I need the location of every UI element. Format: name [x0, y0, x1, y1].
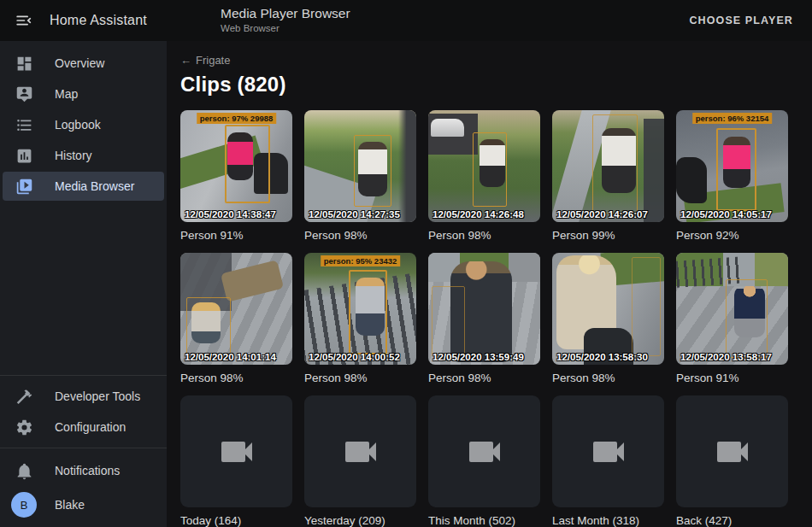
tooltip-account-icon: [14, 84, 34, 104]
folder-label: Back (427): [676, 514, 788, 527]
detection-bbox: [432, 286, 465, 355]
folder-card-back[interactable]: Back (427): [676, 395, 788, 527]
sidebar-item-label: Overview: [55, 56, 104, 70]
detection-bbox: [716, 128, 756, 211]
sidebar-user-profile[interactable]: B Blake: [0, 486, 167, 524]
clip-thumbnail: 12/05/2020 14:26:07: [552, 110, 664, 222]
clip-card[interactable]: person: 97% 29988 12/05/2020 14:38:47 Pe…: [180, 110, 292, 242]
sidebar-item-configuration[interactable]: Configuration: [0, 412, 167, 442]
bell-icon: [14, 460, 34, 481]
detection-bbox: [186, 297, 231, 355]
folder-card-today[interactable]: Today (164): [180, 395, 292, 527]
clip-thumbnail: 12/05/2020 14:01:14: [180, 253, 292, 365]
sidebar-item-history[interactable]: History: [0, 140, 167, 171]
clip-caption: Person 92%: [676, 229, 788, 242]
choose-player-button[interactable]: CHOOSE PLAYER: [682, 0, 800, 41]
list-bulleted-icon: [14, 114, 34, 135]
sidebar-item-overview[interactable]: Overview: [0, 48, 167, 79]
detection-bbox: [225, 125, 269, 203]
clip-timestamp: 12/05/2020 13:59:49: [432, 352, 524, 362]
clip-caption: Person 98%: [428, 229, 540, 242]
clip-caption: Person 98%: [552, 372, 664, 384]
clip-card[interactable]: 12/05/2020 13:59:49 Person 98%: [428, 253, 540, 384]
folder-tile: [304, 395, 416, 507]
clip-card[interactable]: person: 95% 23432 12/05/2020 14:00:52 Pe…: [304, 253, 416, 384]
folder-tile: [428, 395, 540, 507]
clip-thumbnail: 12/05/2020 14:27:35: [304, 110, 416, 222]
play-box-multiple-icon: [14, 176, 34, 196]
folder-tile: [552, 395, 664, 507]
sidebar: Overview Map Logbook History Media Brows…: [0, 41, 167, 527]
breadcrumb-back[interactable]: Frigate: [180, 54, 230, 67]
sidebar-item-label: Notifications: [55, 464, 120, 477]
user-name: Blake: [55, 498, 85, 512]
detection-bbox: [632, 257, 661, 355]
folder-card-last-month[interactable]: Last Month (318): [552, 395, 664, 527]
clip-thumbnail: person: 96% 32154 12/05/2020 14:05:17: [676, 110, 788, 222]
clip-caption: Person 99%: [552, 229, 664, 242]
detection-bbox: [726, 279, 768, 358]
sidebar-toggle-icon[interactable]: [3, 0, 44, 41]
folder-tile: [180, 395, 292, 507]
sidebar-item-label: Configuration: [55, 420, 126, 434]
panel-subtitle: Web Browser: [221, 23, 350, 33]
sidebar-item-label: Developer Tools: [55, 389, 140, 403]
panel-title: Media Player Browser: [221, 6, 350, 21]
clip-thumbnail: 12/05/2020 13:58:17: [676, 253, 788, 365]
folder-label: Today (164): [180, 514, 292, 527]
folder-label: Yesterday (209): [304, 514, 416, 527]
media-browser-panel: Frigate Clips (820) person: 97% 29988 12…: [167, 41, 812, 527]
clip-timestamp: 12/05/2020 14:27:35: [309, 209, 400, 220]
clip-card[interactable]: person: 96% 32154 12/05/2020 14:05:17 Pe…: [676, 110, 788, 242]
video-icon: [588, 431, 629, 472]
clip-timestamp: 12/05/2020 14:01:14: [185, 352, 276, 362]
clip-card[interactable]: 12/05/2020 14:26:48 Person 98%: [428, 110, 540, 242]
sidebar-spacer: [0, 202, 167, 375]
clip-timestamp: 12/05/2020 14:26:48: [432, 209, 524, 220]
clip-timestamp: 12/05/2020 14:00:52: [309, 352, 400, 362]
detection-bbox: [354, 135, 392, 207]
clip-card[interactable]: 12/05/2020 14:01:14 Person 98%: [180, 253, 292, 384]
clip-caption: Person 98%: [304, 229, 416, 242]
clip-card[interactable]: 12/05/2020 13:58:17 Person 91%: [676, 253, 788, 384]
detection-label: person: 97% 29988: [197, 113, 277, 124]
sidebar-item-logbook[interactable]: Logbook: [0, 109, 167, 140]
clip-caption: Person 98%: [304, 372, 416, 384]
sidebar-footer: Developer Tools Configuration: [0, 376, 167, 448]
avatar: B: [11, 492, 37, 518]
sidebar-item-label: Logbook: [55, 118, 101, 132]
folder-card-this-month[interactable]: This Month (502): [428, 395, 540, 527]
sidebar-item-label: Map: [55, 87, 78, 101]
detection-label: person: 95% 23432: [321, 255, 401, 266]
folder-card-yesterday[interactable]: Yesterday (209): [304, 395, 416, 527]
sidebar-nav: Overview Map Logbook History Media Brows…: [0, 41, 167, 202]
detection-label: person: 96% 32154: [692, 113, 773, 124]
clip-card[interactable]: 12/05/2020 14:26:07 Person 99%: [552, 110, 664, 242]
sidebar-item-label: History: [55, 149, 92, 162]
clip-timestamp: 12/05/2020 14:26:07: [556, 209, 648, 220]
clip-card[interactable]: 12/05/2020 13:58:30 Person 98%: [552, 253, 664, 384]
page-title: Clips (820): [180, 73, 812, 97]
app-top-bar: Home Assistant Media Player Browser Web …: [0, 0, 812, 41]
sidebar-item-media-browser[interactable]: Media Browser: [0, 171, 167, 202]
sidebar-item-notifications[interactable]: Notifications: [0, 455, 167, 486]
clip-card[interactable]: 12/05/2020 14:27:35 Person 98%: [304, 110, 416, 242]
chart-box-icon: [14, 145, 34, 166]
clip-thumbnail: person: 95% 23432 12/05/2020 14:00:52: [304, 253, 416, 365]
clip-timestamp: 12/05/2020 13:58:30: [556, 352, 648, 362]
clip-thumbnail: 12/05/2020 13:58:30: [552, 253, 664, 365]
video-icon: [464, 431, 505, 472]
clip-thumbnail: 12/05/2020 14:26:48: [428, 110, 540, 222]
sidebar-item-developer-tools[interactable]: Developer Tools: [0, 381, 167, 412]
video-icon: [712, 431, 753, 472]
sidebar-item-map[interactable]: Map: [0, 79, 167, 109]
clip-timestamp: 12/05/2020 14:05:17: [680, 209, 772, 220]
video-icon: [340, 431, 381, 472]
video-icon: [216, 431, 257, 472]
clip-caption: Person 98%: [428, 372, 540, 384]
folder-tile: [676, 395, 788, 507]
breadcrumb-label: Frigate: [196, 54, 230, 67]
clip-timestamp: 12/05/2020 14:38:47: [185, 209, 276, 220]
folder-label: This Month (502): [428, 514, 540, 527]
folder-label: Last Month (318): [552, 514, 664, 527]
